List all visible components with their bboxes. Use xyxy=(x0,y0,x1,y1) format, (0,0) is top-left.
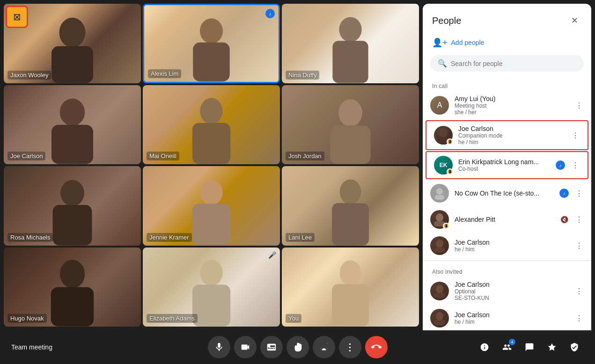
person-meta-erin: Co-host xyxy=(458,166,550,172)
more-options-amy[interactable]: ⋮ xyxy=(573,99,586,112)
app-icon-button[interactable]: ⊠ xyxy=(6,6,28,28)
close-panel-button[interactable]: ✕ xyxy=(567,13,582,28)
search-row: 🔍 xyxy=(423,51,591,77)
video-tile-lani[interactable]: Lani Lee xyxy=(282,166,419,246)
person-row-amy[interactable]: A Amy Lui (You) Meeting host she / her ⋮ xyxy=(423,91,591,119)
svg-point-10 xyxy=(338,99,362,126)
companion-badge: 📱 xyxy=(447,138,453,145)
svg-point-14 xyxy=(200,180,222,205)
svg-point-34 xyxy=(436,312,443,320)
more-options-alex[interactable]: ⋮ xyxy=(573,213,586,226)
person-info-alex: Alexander Pitt xyxy=(455,216,552,223)
person-name-joe-c: Joe Carlson xyxy=(458,125,563,132)
svg-rect-11 xyxy=(330,125,370,164)
avatar-joe3 xyxy=(430,282,449,300)
svg-point-28 xyxy=(436,213,443,222)
person-row-joe2[interactable]: Joe Carlson he / him ⋮ xyxy=(423,233,591,259)
person-info-joe4: Joe Carlson he / him xyxy=(455,311,567,325)
people-badge: 4 xyxy=(509,339,515,345)
video-tile-elizabeth[interactable]: 🎤 Elizabeth Adams xyxy=(143,248,280,327)
panel-body: In call A Amy Lui (You) Meeting host she… xyxy=(423,77,591,330)
person-info-nocow: No Cow On The Ice (se-sto... xyxy=(455,189,554,197)
tile-name-you: You xyxy=(286,314,301,323)
person-row-joe3[interactable]: Joe Carlson Optional SE-STO-KUN ⋮ xyxy=(423,277,591,305)
video-tile-josh[interactable]: Josh Jordan xyxy=(282,85,419,165)
person-row-erin[interactable]: EK 📱 Erin Kirkpatrick Long nam... Co-hos… xyxy=(426,151,588,179)
person-row-alex[interactable]: 📱 Alexander Pitt 🔇 ⋮ xyxy=(423,206,591,233)
more-options-nocow[interactable]: ⋮ xyxy=(573,187,586,200)
toolbar-right: 4 xyxy=(475,338,584,357)
svg-rect-5 xyxy=(332,41,368,83)
more-options-button[interactable]: ⋮ xyxy=(339,336,361,358)
person-name-joe4: Joe Carlson xyxy=(455,311,567,319)
search-input[interactable] xyxy=(451,60,576,67)
svg-rect-9 xyxy=(192,123,230,164)
person-name-joe3: Joe Carlson xyxy=(455,281,567,288)
add-people-icon: 👤+ xyxy=(432,37,448,48)
person-actions-joe4: ⋮ xyxy=(573,312,586,325)
person-actions-joe3: ⋮ xyxy=(573,284,586,298)
svg-rect-27 xyxy=(435,195,444,200)
video-tile-jennie[interactable]: Jennie Kramer xyxy=(143,166,280,246)
person-meta-joe-c: Companion mode xyxy=(458,132,563,139)
person-info-joe2: Joe Carlson he / him xyxy=(455,239,567,253)
safety-button[interactable] xyxy=(565,338,584,357)
video-tile-alexis[interactable]: ♪ Alexis Lim xyxy=(143,4,280,83)
present-button[interactable] xyxy=(313,336,335,358)
person-info-joe3: Joe Carlson Optional SE-STO-KUN xyxy=(455,281,567,301)
svg-rect-21 xyxy=(192,285,230,327)
speaking-indicator-erin: ♪ xyxy=(556,160,565,170)
svg-point-12 xyxy=(60,180,84,206)
person-actions-erin: ♪ ⋮ xyxy=(556,159,582,172)
info-button[interactable] xyxy=(475,338,494,357)
person-name-amy: Amy Lui (You) xyxy=(455,95,567,102)
person-name-alex: Alexander Pitt xyxy=(455,216,552,223)
person-row-joe4[interactable]: Joe Carlson he / him ⋮ xyxy=(423,305,591,330)
app-icon-symbol: ⊠ xyxy=(13,11,21,22)
more-options-joe-c[interactable]: ⋮ xyxy=(569,129,582,142)
person-row-joe-c[interactable]: 📱 Joe Carlson Companion mode he / him ⋮ xyxy=(426,120,588,150)
video-tile-hugo[interactable]: Hugo Novak xyxy=(4,248,141,327)
svg-point-26 xyxy=(436,188,443,195)
activities-button[interactable] xyxy=(543,338,561,357)
person-actions-joe-c: ⋮ xyxy=(569,129,582,142)
also-invited-label: Also invited xyxy=(423,263,591,277)
person-info-erin: Erin Kirkpatrick Long nam... Co-host xyxy=(458,158,550,172)
avatar-joe2 xyxy=(430,236,449,255)
video-tile-rosa[interactable]: Rosa Michaels xyxy=(4,166,141,246)
svg-point-30 xyxy=(436,240,443,248)
video-tile-joe[interactable]: Joe Carlson xyxy=(4,85,141,165)
end-call-button[interactable] xyxy=(365,336,388,358)
mic-off-alex[interactable]: 🔇 xyxy=(558,213,571,226)
svg-rect-7 xyxy=(51,125,93,164)
person-actions-amy: ⋮ xyxy=(573,99,586,112)
more-options-joe3[interactable]: ⋮ xyxy=(573,284,586,298)
chat-button[interactable] xyxy=(520,338,539,357)
tile-name-alexis: Alexis Lim xyxy=(148,69,181,78)
video-grid: Jaxon Wooley ♪ Alexis Lim Nina Duffy xyxy=(0,0,423,330)
camera-button[interactable] xyxy=(234,336,257,358)
add-people-row[interactable]: 👤+ Add people xyxy=(423,34,591,51)
video-tile-mai[interactable]: Mai Oneill xyxy=(143,85,280,165)
more-options-erin[interactable]: ⋮ xyxy=(569,159,582,172)
search-box: 🔍 xyxy=(430,55,584,72)
more-options-joe2[interactable]: ⋮ xyxy=(573,239,586,252)
captions-button[interactable] xyxy=(260,336,283,358)
bottom-toolbar: Team meeting ⋮ xyxy=(0,330,595,364)
svg-point-32 xyxy=(436,285,443,293)
raise-hand-button[interactable] xyxy=(286,336,309,358)
svg-point-18 xyxy=(60,260,85,289)
avatar-alex: 📱 xyxy=(430,210,449,229)
person-actions-alex: 🔇 ⋮ xyxy=(558,213,586,226)
more-options-joe4[interactable]: ⋮ xyxy=(573,312,586,325)
mic-button[interactable] xyxy=(208,336,230,358)
avatar-joe-c: 📱 xyxy=(434,126,453,145)
person-row-nocow[interactable]: No Cow On The Ice (se-sto... ♪ ⋮ xyxy=(423,180,591,206)
person-meta-amy: Meeting host xyxy=(455,102,567,109)
person-location-joe3: SE-STO-KUN xyxy=(455,295,567,301)
add-people-label: Add people xyxy=(451,39,485,46)
video-tile-nina[interactable]: Nina Duffy xyxy=(282,4,419,83)
video-tile-you[interactable]: You xyxy=(282,248,419,327)
people-button[interactable]: 4 xyxy=(498,338,516,357)
svg-point-16 xyxy=(340,179,361,204)
